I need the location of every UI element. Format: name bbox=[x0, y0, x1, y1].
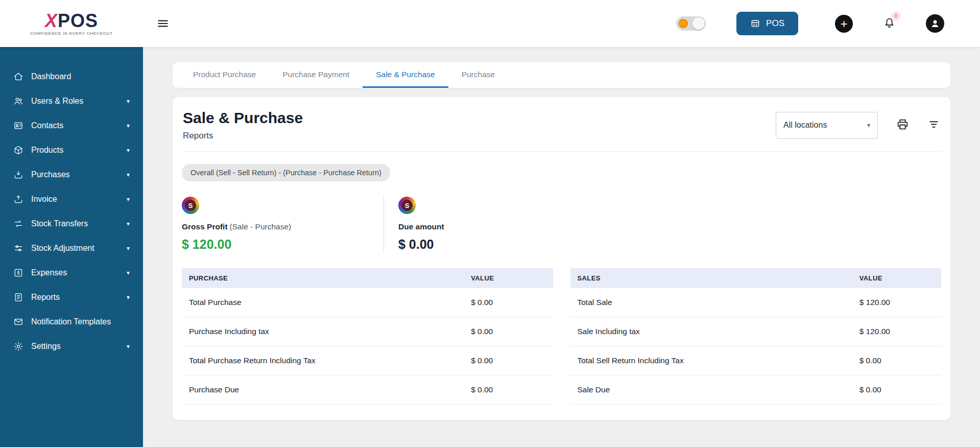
row-label: Sale Due bbox=[570, 375, 852, 405]
table-row: Total Purchase Return Including Tax $ 0.… bbox=[182, 346, 553, 375]
row-value: $ 0.00 bbox=[464, 375, 553, 405]
home-icon bbox=[13, 72, 23, 82]
sidebar-item-invoice[interactable]: Invoice bbox=[0, 187, 143, 211]
row-value: $ 0.00 bbox=[464, 288, 553, 317]
tab-product-purchase[interactable]: Product Purchase bbox=[180, 62, 269, 88]
gross-profit-stat: Gross Profit(Sale - Purchase) $ 120.00 bbox=[182, 196, 384, 252]
page-subtitle: Reports bbox=[183, 131, 303, 141]
row-label: Total Purchase bbox=[182, 288, 464, 317]
sidebar-item-stock-transfers[interactable]: Stock Transfers bbox=[0, 211, 143, 236]
sidebar-item-users-roles[interactable]: Users & Roles bbox=[0, 89, 143, 113]
table-row: Purchase Due $ 0.00 bbox=[182, 375, 553, 405]
chevron-down-icon bbox=[127, 269, 130, 276]
add-button[interactable]: + bbox=[835, 15, 853, 33]
brand-rest: POS bbox=[58, 10, 98, 31]
sidebar-item-products[interactable]: Products bbox=[0, 138, 143, 162]
sidebar-item-expenses[interactable]: $ Expenses bbox=[0, 261, 143, 285]
sidebar-item-label: Reports bbox=[31, 293, 60, 302]
row-value: $ 120.00 bbox=[852, 317, 941, 346]
column-header-value: VALUE bbox=[464, 268, 553, 288]
row-label: Purchase Due bbox=[182, 375, 464, 405]
row-value: $ 0.00 bbox=[464, 317, 553, 346]
row-label: Total Sale bbox=[570, 288, 852, 317]
location-filter-value: All locations bbox=[783, 121, 827, 130]
brand-x: X bbox=[45, 10, 58, 31]
row-value: $ 0.00 bbox=[852, 375, 941, 405]
stat-value: $ 120.00 bbox=[182, 237, 384, 252]
pos-button-label: POS bbox=[766, 18, 784, 29]
toggle-knob bbox=[692, 17, 705, 30]
sidebar-item-label: Purchases bbox=[31, 170, 70, 179]
sliders-icon bbox=[13, 243, 23, 253]
menu-toggle-icon[interactable] bbox=[155, 16, 171, 31]
svg-text:$: $ bbox=[17, 270, 19, 275]
table-row: Sale Due $ 0.00 bbox=[570, 375, 942, 405]
sidebar-item-label: Expenses bbox=[31, 268, 67, 277]
row-label: Total Sell Return Including Tax bbox=[570, 346, 852, 375]
row-value: $ 0.00 bbox=[852, 346, 941, 375]
column-header-purchase: PURCHASE bbox=[182, 268, 464, 288]
pos-button[interactable]: POS bbox=[736, 12, 798, 35]
sidebar-item-stock-adjustment[interactable]: Stock Adjustment bbox=[0, 236, 143, 261]
chevron-down-icon bbox=[127, 98, 130, 105]
sidebar-item-label: Dashboard bbox=[31, 72, 71, 81]
table-header-row: PURCHASE VALUE bbox=[182, 268, 553, 288]
tab-sale-and-purchase[interactable]: Sale & Purchase bbox=[363, 62, 448, 88]
table-row: Total Sale $ 120.00 bbox=[570, 288, 942, 317]
sidebar-item-settings[interactable]: Settings bbox=[0, 334, 143, 359]
gear-icon bbox=[13, 341, 23, 351]
expense-icon: $ bbox=[13, 268, 23, 278]
sidebar-item-label: Products bbox=[31, 146, 63, 155]
row-label: Sale Including tax bbox=[570, 317, 852, 346]
column-header-sales: SALES bbox=[570, 268, 852, 288]
filter-button[interactable] bbox=[927, 118, 940, 132]
stat-sublabel: (Sale - Purchase) bbox=[230, 222, 292, 231]
upload-icon bbox=[13, 194, 23, 204]
sun-icon bbox=[679, 19, 688, 28]
sidebar: Dashboard Users & Roles Contacts Product… bbox=[0, 47, 143, 447]
table-row: Purchase Including tax $ 0.00 bbox=[182, 317, 553, 346]
main-content: Product Purchase Purchase Payment Sale &… bbox=[143, 47, 980, 447]
row-value: $ 0.00 bbox=[464, 346, 553, 375]
card-header: Sale & Purchase Reports All locations bbox=[182, 109, 941, 152]
tab-purchase-payment[interactable]: Purchase Payment bbox=[269, 62, 363, 88]
row-value: $ 120.00 bbox=[852, 288, 941, 317]
brand-name: XPOS bbox=[30, 12, 113, 30]
stats-row: Gross Profit(Sale - Purchase) $ 120.00 D… bbox=[182, 196, 941, 252]
sidebar-item-label: Invoice bbox=[31, 195, 57, 204]
chevron-down-icon bbox=[127, 245, 130, 252]
box-icon bbox=[13, 145, 23, 155]
stat-label: Gross Profit bbox=[182, 222, 228, 231]
currency-icon bbox=[398, 197, 416, 214]
sidebar-item-label: Stock Transfers bbox=[31, 219, 88, 228]
print-button[interactable] bbox=[896, 118, 909, 132]
overall-formula-chip: Overall (Sell - Sell Return) - (Purchase… bbox=[182, 164, 390, 181]
location-filter-select[interactable]: All locations bbox=[776, 112, 878, 139]
printer-icon bbox=[896, 118, 909, 131]
stat-label: Due amount bbox=[398, 222, 444, 231]
sidebar-item-reports[interactable]: Reports bbox=[0, 285, 143, 310]
filter-icon bbox=[927, 118, 940, 131]
contacts-icon bbox=[13, 121, 23, 131]
notifications-button[interactable]: 0 bbox=[882, 16, 896, 32]
user-avatar[interactable] bbox=[926, 14, 944, 33]
theme-toggle[interactable] bbox=[676, 16, 706, 31]
sidebar-item-contacts[interactable]: Contacts bbox=[0, 113, 143, 138]
sidebar-item-label: Notification Templates bbox=[31, 317, 111, 326]
sidebar-item-notification-templates[interactable]: Notification Templates bbox=[0, 310, 143, 334]
brand-tagline: CONFIDENCE IN EVERY CHECKOUT bbox=[30, 32, 113, 36]
purchase-table: PURCHASE VALUE Total Purchase $ 0.00 Pur… bbox=[182, 268, 553, 405]
chevron-down-icon bbox=[127, 343, 130, 350]
report-icon bbox=[13, 292, 23, 302]
due-amount-stat: Due amount $ 0.00 bbox=[384, 196, 446, 252]
tab-purchase[interactable]: Purchase bbox=[448, 62, 508, 88]
transfer-arrows-icon bbox=[13, 219, 23, 229]
topbar: XPOS CONFIDENCE IN EVERY CHECKOUT POS + … bbox=[0, 0, 980, 47]
notification-badge: 0 bbox=[892, 12, 900, 20]
chevron-down-icon bbox=[127, 147, 130, 154]
sidebar-item-dashboard[interactable]: Dashboard bbox=[0, 64, 143, 89]
tab-bar: Product Purchase Purchase Payment Sale &… bbox=[173, 62, 950, 88]
sidebar-item-purchases[interactable]: Purchases bbox=[0, 162, 143, 187]
column-header-value: VALUE bbox=[852, 268, 941, 288]
table-row: Total Sell Return Including Tax $ 0.00 bbox=[570, 346, 942, 375]
